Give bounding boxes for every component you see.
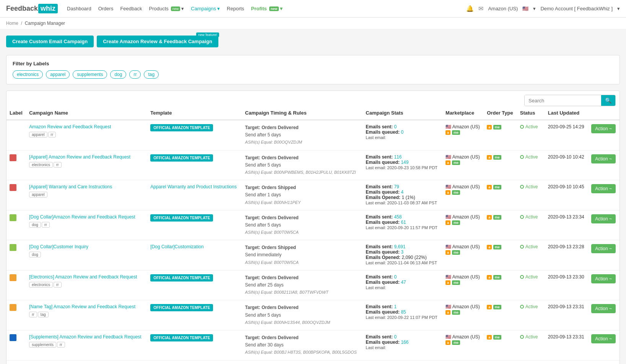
cell-timing: Target: Orders DeliveredSend after 25 da… [242, 270, 363, 300]
cell-action: Action ~ [588, 270, 619, 300]
campaign-name-link[interactable]: [Supplements] Amazon Review and Feedback… [29, 334, 141, 340]
cell-template: OFFICIAL AMAZON TEMPLATE [147, 360, 242, 364]
campaign-name-link[interactable]: [Dog Collar]Amazon Review and Feedback R… [29, 214, 135, 220]
mail-icon[interactable]: ✉ [478, 5, 483, 12]
action-button[interactable]: Action ~ [591, 214, 616, 223]
brand[interactable]: Feedbackwhiz [6, 4, 58, 13]
nav-profits[interactable]: Profits new ▾ [251, 6, 283, 11]
status-label: Active [525, 214, 538, 220]
order-type-a-icon: a [487, 275, 492, 280]
campaign-tag: rr [54, 162, 62, 168]
action-button[interactable]: Action ~ [591, 124, 616, 133]
merchant-icon: me [452, 220, 460, 225]
filter-tag-apparel[interactable]: apparel [46, 70, 70, 79]
cell-marketplace: 🇺🇸 Amazon (US)ame [442, 300, 484, 330]
campaign-name-link[interactable]: [Electronics] Amazon Review and Feedback… [29, 274, 137, 280]
status-dot-active [520, 305, 524, 309]
cell-order-type: a me [484, 330, 517, 360]
campaign-name-link[interactable]: Amazon Review and Feedback Request [29, 124, 111, 129]
campaign-name-link[interactable]: [Dog Collar]Customer Inquiry [29, 244, 88, 249]
search-input[interactable] [525, 95, 601, 106]
nav-feedback[interactable]: Feedback [120, 6, 142, 11]
campaign-name-link[interactable]: [Name Tag] Amazon Review and Feedback Re… [29, 304, 135, 309]
cell-status: Active [517, 240, 545, 270]
flag-icon: 🇺🇸 [446, 274, 451, 280]
campaigns-table: LabelCampaign NameTemplateCampaign Timin… [7, 106, 619, 364]
nav-links: Dashboard Orders Feedback Products new ▾… [67, 6, 466, 11]
user-name: Demo Account [ FeedbackWhiz ] [540, 6, 613, 11]
merchant-icon: me [452, 250, 460, 255]
cell-stats: Emails sent: 0Emails queued: 0Last email… [363, 360, 442, 364]
filter-section: Filter by Labels electronicsapparelsuppl… [6, 55, 620, 84]
nav-dashboard[interactable]: Dashboard [67, 6, 91, 11]
action-button[interactable]: Action ~ [591, 154, 616, 163]
products-new-badge: new [171, 6, 180, 11]
nav-products[interactable]: Products new ▾ [149, 6, 184, 11]
bell-icon[interactable]: 🔔 [466, 5, 474, 12]
nav-reports[interactable]: Reports [227, 6, 244, 11]
status-dot-active [520, 245, 524, 249]
cell-timing: Target: Orders DeliveredSend after 5 day… [242, 120, 363, 150]
cell-label [7, 240, 26, 270]
campaign-tag: rr [42, 222, 50, 228]
cell-marketplace: 🇺🇸 Amazon (US)ame [442, 330, 484, 360]
filter-tag-rr[interactable]: rr [129, 70, 141, 79]
action-button[interactable]: Action ~ [591, 334, 616, 343]
cell-status: Active [517, 180, 545, 210]
amazon-icon: a [446, 280, 450, 285]
cell-stats: Emails sent: 79Emails queued: 4Emails Op… [363, 180, 442, 210]
breadcrumb: Home / Campaign Manager [0, 18, 626, 29]
cell-order-type: a me [484, 240, 517, 270]
amazon-icon: a [446, 160, 450, 165]
create-custom-btn[interactable]: Create Custom Email Campaign [6, 36, 94, 47]
filter-tag-tag[interactable]: tag [144, 70, 159, 79]
col-campaign-name: Campaign Name [26, 106, 147, 120]
cell-timing: Target: Orders ShippedSend immediatelyAS… [242, 240, 363, 270]
col-template: Template [147, 106, 242, 120]
status-dot-active [520, 335, 524, 339]
status-label: Active [525, 124, 538, 129]
action-button[interactable]: Action ~ [591, 274, 616, 283]
status-dot-active [520, 155, 524, 159]
breadcrumb-home[interactable]: Home [6, 21, 18, 26]
merchant-icon: me [452, 280, 460, 285]
filter-tag-supplements[interactable]: supplements [73, 70, 107, 79]
template-link[interactable]: Apparel Warranty and Product Instruction… [150, 184, 237, 189]
action-button[interactable]: Action ~ [591, 244, 616, 253]
campaign-tag: rr [29, 312, 37, 317]
cell-campaign-name: [Dog Collar]Customer Inquirydog [26, 240, 147, 270]
table-row: Amazon Review and Feedback Request [COPY… [7, 360, 619, 364]
action-buttons: Create Custom Email Campaign Create Amaz… [6, 36, 620, 47]
order-type-me-icon: me [493, 275, 501, 280]
cell-timing: Target: Orders DeliveredSend after 5 day… [242, 360, 363, 364]
search-button[interactable]: 🔍 [601, 95, 615, 106]
filter-tag-dog[interactable]: dog [110, 70, 126, 79]
campaign-tag: supplements [29, 342, 56, 348]
campaign-name-link[interactable]: [Apparel] Amazon Review and Feedback Req… [29, 154, 130, 160]
template-badge: OFFICIAL AMAZON TEMPLATE [150, 274, 213, 281]
cell-status: Active [517, 270, 545, 300]
campaign-tag: tag [38, 312, 49, 317]
cell-marketplace: 🇺🇸 Amazon (US)ame [442, 150, 484, 180]
table-row: [Name Tag] Amazon Review and Feedback Re… [7, 300, 619, 330]
nav-right: 🔔 ✉ Amazon (US) 🇺🇸 ▾ Demo Account [ Feed… [466, 5, 620, 12]
filter-tag-electronics[interactable]: electronics [13, 70, 43, 79]
navbar: Feedbackwhiz Dashboard Orders Feedback P… [0, 0, 626, 18]
action-button[interactable]: Action ~ [591, 184, 616, 193]
flag-icon: 🇺🇸 [446, 334, 451, 340]
create-amazon-btn-wrapper: Create Amazon Review & Feedback Campaign… [97, 36, 218, 47]
template-link[interactable]: [Dog Collar]Customization [150, 244, 203, 249]
cell-campaign-name: [Name Tag] Amazon Review and Feedback Re… [26, 300, 147, 330]
order-type-me-icon: me [493, 125, 501, 129]
create-amazon-btn[interactable]: Create Amazon Review & Feedback Campaign [97, 36, 218, 47]
flag-icon: 🇺🇸 [446, 214, 451, 220]
cell-timing: Target: Orders DeliveredSend after 5 day… [242, 300, 363, 330]
action-button[interactable]: Action ~ [591, 304, 616, 313]
nav-orders[interactable]: Orders [98, 6, 114, 11]
campaign-name-link[interactable]: [Apparel] Warranty and Care Instructions [29, 184, 112, 189]
cell-label [7, 270, 26, 300]
campaign-tag: apparel [29, 192, 47, 197]
filter-tags: electronicsapparelsupplementsdogrrtag [13, 70, 613, 79]
template-badge: OFFICIAL AMAZON TEMPLATE [150, 154, 213, 162]
nav-campaigns[interactable]: Campaigns ▾ [191, 6, 220, 11]
